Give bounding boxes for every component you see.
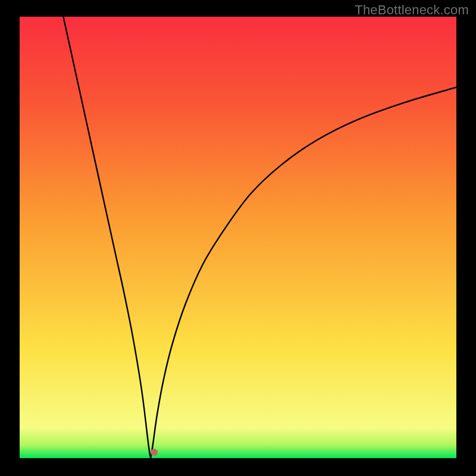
plot-background bbox=[20, 17, 456, 458]
minimum-marker bbox=[151, 449, 158, 456]
bottleneck-chart bbox=[0, 0, 476, 476]
chart-frame: TheBottleneck.com bbox=[0, 0, 476, 476]
watermark-label: TheBottleneck.com bbox=[355, 2, 469, 18]
